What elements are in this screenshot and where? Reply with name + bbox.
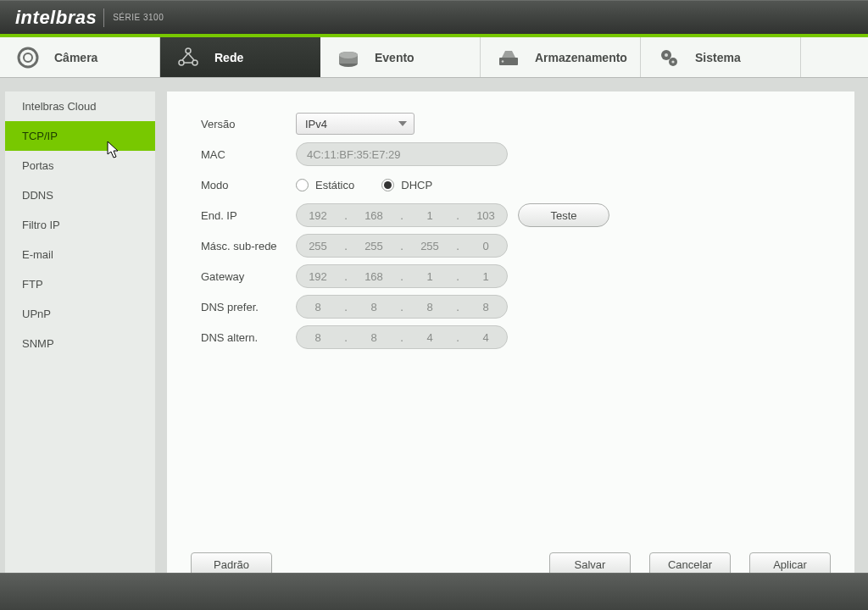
- page-body: Intelbras Cloud TCP/IP Portas DDNS Filtr…: [0, 78, 868, 610]
- chevron-down-icon: [398, 121, 407, 126]
- svg-point-6: [339, 52, 358, 58]
- camera-icon: [15, 45, 41, 70]
- sidebar-item-label: TCP/IP: [22, 130, 58, 142]
- nav-camera[interactable]: Câmera: [0, 37, 160, 77]
- ip-octet: 255: [301, 240, 335, 252]
- sidebar-item-label: UPnP: [22, 308, 51, 320]
- ip-octet: 168: [357, 209, 391, 222]
- mac-field: 4C:11:BF:35:E7:29: [296, 142, 508, 166]
- ip-octet: 1: [413, 209, 447, 222]
- nav-armazenamento[interactable]: Armazenamento: [481, 37, 641, 77]
- label-versao: Versão: [201, 118, 296, 130]
- sidebar-item-email[interactable]: E-mail: [5, 240, 155, 269]
- ip-octet: 192: [301, 209, 335, 222]
- select-value: IPv4: [305, 118, 327, 130]
- radio-label-estatico: Estático: [315, 179, 354, 191]
- button-label: Padrão: [214, 558, 249, 571]
- label-mascara: Másc. sub-rede: [201, 240, 296, 252]
- gear-icon: [656, 45, 682, 70]
- button-label: Teste: [550, 209, 576, 222]
- network-icon: [175, 45, 201, 70]
- sidebar-item-label: SNMP: [22, 337, 54, 350]
- button-label: Aplicar: [773, 558, 807, 571]
- radio-estatico[interactable]: [296, 179, 309, 191]
- ip-octet: 8: [357, 331, 391, 344]
- ip-octet: 255: [357, 240, 391, 252]
- sidebar-item-label: FTP: [22, 278, 43, 291]
- ip-octet: 8: [469, 301, 503, 313]
- label-dns-prefer: DNS prefer.: [201, 301, 296, 313]
- sidebar-item-ftp[interactable]: FTP: [5, 269, 155, 299]
- button-label: Salvar: [575, 558, 606, 571]
- button-label: Cancelar: [668, 558, 712, 571]
- svg-point-0: [19, 48, 37, 67]
- series-label: SÉRIE 3100: [113, 13, 164, 22]
- sidebar-item-tcpip[interactable]: TCP/IP: [5, 121, 155, 151]
- sidebar-item-filtro-ip[interactable]: Filtro IP: [5, 210, 155, 240]
- nav-evento[interactable]: Evento: [320, 37, 481, 77]
- ip-octet: 192: [301, 270, 335, 283]
- ip-octet: 168: [357, 270, 391, 283]
- teste-button[interactable]: Teste: [518, 203, 609, 227]
- label-dns-altern: DNS altern.: [201, 331, 296, 344]
- dns-altern-field[interactable]: 8. 8. 4. 4: [296, 325, 508, 349]
- radio-dhcp[interactable]: [381, 179, 394, 191]
- svg-point-12: [671, 60, 674, 63]
- ip-octet: 8: [413, 301, 447, 313]
- main-nav: Câmera Rede Evento Armazenamento Sistema: [0, 37, 868, 78]
- ip-octet: 8: [301, 301, 335, 313]
- nav-label: Rede: [214, 51, 243, 64]
- dns-prefer-field[interactable]: 8. 8. 8. 8: [296, 295, 508, 319]
- svg-point-2: [186, 48, 191, 53]
- ip-octet: 1: [413, 270, 447, 283]
- logo-separator: [103, 8, 104, 27]
- gateway-field[interactable]: 192. 168. 1. 1: [296, 264, 508, 288]
- radio-label-dhcp: DHCP: [401, 179, 432, 191]
- brand-logo: intelbras: [15, 7, 97, 29]
- sidebar: Intelbras Cloud TCP/IP Portas DDNS Filtr…: [5, 92, 155, 610]
- ip-octet: 4: [469, 331, 503, 344]
- label-end-ip: End. IP: [201, 209, 296, 222]
- ip-octet: 0: [469, 240, 503, 252]
- label-gateway: Gateway: [201, 270, 296, 283]
- svg-point-8: [502, 60, 504, 63]
- ip-field[interactable]: 192. 168. 1. 103: [296, 203, 508, 227]
- sidebar-item-label: Intelbras Cloud: [22, 100, 96, 113]
- ip-octet: 103: [469, 209, 503, 222]
- sidebar-item-label: E-mail: [22, 248, 53, 261]
- event-icon: [336, 45, 361, 70]
- app-header: intelbras SÉRIE 3100: [0, 0, 868, 34]
- sidebar-item-label: Portas: [22, 159, 54, 172]
- sidebar-item-upnp[interactable]: UPnP: [5, 299, 155, 329]
- nav-label: Evento: [375, 51, 415, 64]
- label-mac: MAC: [201, 148, 296, 161]
- svg-point-3: [179, 60, 184, 65]
- svg-point-1: [24, 53, 32, 62]
- sidebar-item-portas[interactable]: Portas: [5, 151, 155, 180]
- mask-field[interactable]: 255. 255. 255. 0: [296, 234, 508, 258]
- nav-label: Câmera: [54, 51, 97, 64]
- storage-icon: [496, 45, 521, 70]
- svg-point-4: [192, 60, 198, 65]
- content-panel: Versão IPv4 MAC 4C:11:BF:35:E7:29 Modo E…: [167, 92, 854, 596]
- svg-point-11: [665, 53, 668, 57]
- versao-select[interactable]: IPv4: [296, 113, 415, 135]
- nav-label: Armazenamento: [535, 51, 627, 64]
- sidebar-item-label: Filtro IP: [22, 219, 60, 231]
- sidebar-item-intelbras-cloud[interactable]: Intelbras Cloud: [5, 92, 155, 121]
- nav-rede[interactable]: Rede: [160, 37, 320, 77]
- sidebar-item-ddns[interactable]: DDNS: [5, 180, 155, 210]
- ip-octet: 8: [357, 301, 391, 313]
- modo-radio-group: Estático DHCP: [296, 179, 453, 191]
- ip-octet: 8: [301, 331, 335, 344]
- nav-label: Sistema: [695, 51, 741, 64]
- bottom-strip: [0, 573, 868, 610]
- sidebar-item-snmp[interactable]: SNMP: [5, 329, 155, 358]
- label-modo: Modo: [201, 179, 296, 191]
- nav-sistema[interactable]: Sistema: [641, 37, 801, 77]
- ip-octet: 4: [413, 331, 447, 344]
- sidebar-item-label: DDNS: [22, 189, 53, 202]
- ip-octet: 1: [469, 270, 503, 283]
- ip-octet: 255: [413, 240, 447, 252]
- mac-value: 4C:11:BF:35:E7:29: [307, 148, 401, 161]
